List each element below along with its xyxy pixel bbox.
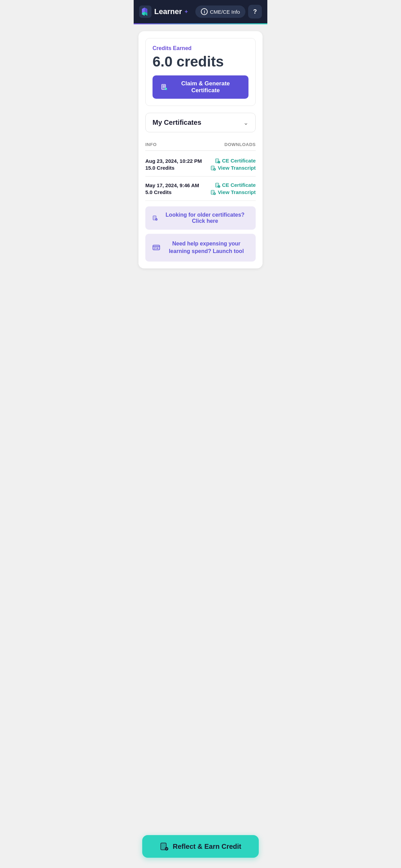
help-button[interactable]: ?	[248, 5, 262, 19]
header-actions: i CME/CE Info ?	[195, 5, 262, 19]
main-card: Credits Earned 6.0 credits Claim & Gener…	[138, 31, 263, 268]
svg-point-12	[155, 218, 158, 221]
view-transcript-link-1[interactable]: View Transcript	[210, 165, 256, 171]
ce-certificate-link-1[interactable]: CE Certificate	[215, 158, 256, 164]
app-plus: +	[185, 9, 188, 15]
logo-container: Learner+	[139, 5, 188, 18]
download-cert-icon	[215, 158, 220, 164]
chevron-down-icon: ⌄	[243, 119, 248, 126]
ce-certificate-link-2[interactable]: CE Certificate	[215, 182, 256, 188]
certificate-row: May 17, 2024, 9:46 AM 5.0 Credits CE Cer…	[145, 177, 256, 201]
older-certificates-button[interactable]: Looking for older certificates? Click he…	[145, 206, 256, 230]
credits-amount: 6.0 credits	[153, 53, 248, 70]
expense-icon	[152, 243, 160, 252]
transcript-icon-2	[210, 190, 216, 195]
reflect-icon	[160, 842, 169, 851]
logo-icon	[139, 5, 151, 18]
transcript-icon	[210, 165, 216, 171]
app-title: Learner	[154, 7, 182, 16]
info-icon: i	[201, 8, 208, 15]
cert-actions-2: CE Certificate View Transcript	[210, 182, 256, 195]
reflect-earn-button[interactable]: Reflect & Earn Credit	[142, 835, 259, 858]
table-headers: INFO DOWNLOADS	[145, 139, 256, 151]
credits-label: Credits Earned	[153, 45, 248, 51]
older-certs-label: Looking for older certificates? Click he…	[161, 212, 249, 224]
cert-credits-1: 15.0 Credits	[145, 165, 202, 171]
cert-info-1: Aug 23, 2024, 10:22 PM 15.0 Credits	[145, 158, 202, 171]
cert-info-2: May 17, 2024, 9:46 AM 5.0 Credits	[145, 182, 199, 195]
downloads-column-header: DOWNLOADS	[224, 142, 256, 147]
view-transcript-label-1: View Transcript	[218, 165, 256, 171]
older-certs-icon	[152, 215, 158, 221]
ce-certificate-label-1: CE Certificate	[222, 158, 256, 164]
cme-info-button[interactable]: i CME/CE Info	[195, 5, 245, 18]
ce-certificate-label-2: CE Certificate	[222, 182, 256, 188]
help-label: ?	[253, 8, 257, 15]
cert-actions-1: CE Certificate View Transcript	[210, 158, 256, 171]
view-transcript-label-2: View Transcript	[218, 189, 256, 195]
certificate-row: Aug 23, 2024, 10:22 PM 15.0 Credits CE C…	[145, 152, 256, 177]
certificates-dropdown[interactable]: My Certificates ⌄	[145, 113, 256, 132]
claim-certificate-button[interactable]: Claim & Generate Certificate	[153, 75, 248, 99]
svg-rect-13	[153, 245, 160, 250]
expense-tool-button[interactable]: Need help expensing your learning spend?…	[145, 234, 256, 262]
expense-tool-label: Need help expensing your learning spend?…	[164, 240, 249, 255]
reflect-button-label: Reflect & Earn Credit	[173, 843, 241, 851]
credits-section: Credits Earned 6.0 credits Claim & Gener…	[145, 38, 256, 106]
certificates-dropdown-label: My Certificates	[153, 119, 201, 126]
claim-button-label: Claim & Generate Certificate	[171, 80, 240, 94]
main-content: Credits Earned 6.0 credits Claim & Gener…	[134, 24, 267, 310]
cert-credits-2: 5.0 Credits	[145, 189, 199, 195]
cert-date-1: Aug 23, 2024, 10:22 PM	[145, 158, 202, 164]
download-cert-icon-2	[215, 182, 220, 188]
cme-label: CME/CE Info	[210, 9, 240, 15]
view-transcript-link-2[interactable]: View Transcript	[210, 189, 256, 195]
certificate-icon	[161, 83, 167, 91]
app-header: Learner+ i CME/CE Info ?	[134, 0, 267, 23]
cert-date-2: May 17, 2024, 9:46 AM	[145, 182, 199, 188]
info-column-header: INFO	[145, 142, 157, 147]
